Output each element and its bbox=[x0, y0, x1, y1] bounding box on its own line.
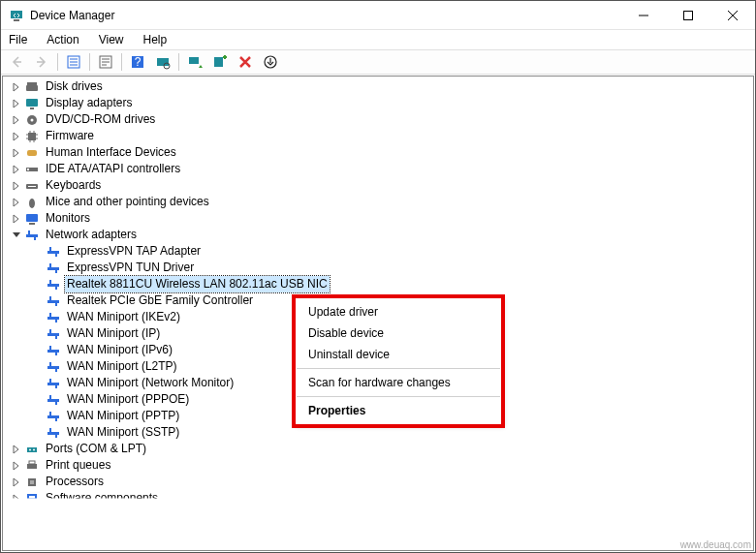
window-title: Device Manager bbox=[30, 9, 114, 22]
toolbar: ? bbox=[1, 49, 755, 75]
svg-rect-36 bbox=[189, 57, 199, 64]
soft-icon bbox=[24, 491, 40, 507]
expand-icon bbox=[30, 310, 46, 325]
tree-category[interactable]: Processors bbox=[3, 474, 753, 490]
tree-item[interactable]: ExpressVPN TAP Adapter bbox=[3, 243, 753, 260]
arrow-left-icon bbox=[9, 54, 24, 70]
expand-icon bbox=[30, 392, 46, 408]
menu-action[interactable]: Action bbox=[43, 31, 82, 48]
scan-hardware-button[interactable] bbox=[151, 51, 174, 73]
tree-label: WAN Miniport (IKEv2) bbox=[65, 309, 182, 325]
tree-item[interactable]: Realtek 8811CU Wireless LAN 802.11ac USB… bbox=[3, 276, 753, 292]
expand-icon[interactable] bbox=[9, 211, 24, 227]
tree-label: Realtek PCIe GbE Family Controller bbox=[65, 292, 255, 309]
down-circle-icon bbox=[263, 54, 278, 70]
toolbar-separator bbox=[89, 53, 90, 71]
update-driver-button[interactable] bbox=[183, 51, 206, 73]
tree-label: Realtek 8811CU Wireless LAN 802.11ac USB… bbox=[65, 276, 330, 292]
scan-icon bbox=[155, 54, 171, 70]
net-icon bbox=[46, 359, 61, 375]
svg-rect-34 bbox=[157, 58, 169, 66]
arrow-right-icon bbox=[34, 54, 49, 70]
disable-button[interactable] bbox=[259, 51, 282, 73]
ctx-update-driver[interactable]: Update driver bbox=[297, 301, 500, 323]
tree-label: Network adapters bbox=[44, 227, 139, 243]
close-button[interactable] bbox=[710, 1, 755, 30]
net-icon bbox=[46, 244, 61, 260]
tree-category[interactable]: Keyboards bbox=[3, 177, 753, 194]
printer-icon bbox=[24, 458, 40, 474]
expand-icon[interactable] bbox=[9, 475, 24, 490]
tree-label: WAN Miniport (IP) bbox=[65, 325, 162, 342]
tree-label: Human Interface Devices bbox=[44, 144, 178, 161]
close-icon bbox=[728, 11, 738, 20]
expand-icon[interactable] bbox=[9, 112, 24, 128]
tree-category[interactable]: Ports (COM & LPT) bbox=[3, 441, 753, 457]
expand-icon bbox=[30, 244, 46, 260]
disk-icon bbox=[24, 79, 40, 95]
tree-label: ExpressVPN TUN Driver bbox=[65, 260, 196, 276]
tree-category[interactable]: Mice and other pointing devices bbox=[3, 194, 753, 210]
tree-category[interactable]: IDE ATA/ATAPI controllers bbox=[3, 161, 753, 177]
tree-category[interactable]: Human Interface Devices bbox=[3, 144, 753, 161]
forward-button[interactable] bbox=[30, 51, 53, 73]
chip-icon bbox=[24, 129, 40, 144]
help-button[interactable]: ? bbox=[126, 51, 149, 73]
expand-icon[interactable] bbox=[9, 458, 24, 474]
tree-label: WAN Miniport (Network Monitor) bbox=[65, 375, 236, 391]
collapse-icon[interactable] bbox=[9, 228, 24, 243]
expand-icon[interactable] bbox=[9, 491, 24, 507]
tree-category[interactable]: Print queues bbox=[3, 457, 753, 474]
ctx-separator bbox=[297, 396, 500, 397]
net-icon bbox=[46, 277, 61, 292]
expand-icon[interactable] bbox=[9, 195, 24, 210]
expand-icon bbox=[30, 409, 46, 424]
show-hide-tree-button[interactable] bbox=[62, 51, 85, 73]
properties-button[interactable] bbox=[94, 51, 117, 73]
menu-help[interactable]: Help bbox=[140, 31, 172, 48]
uninstall-button[interactable] bbox=[234, 51, 257, 73]
title-bar: Device Manager bbox=[1, 1, 755, 30]
tree-icon bbox=[66, 54, 81, 70]
tree-category[interactable]: Network adapters bbox=[3, 227, 753, 243]
ctx-scan-hardware[interactable]: Scan for hardware changes bbox=[297, 372, 500, 393]
ctx-disable-device[interactable]: Disable device bbox=[297, 323, 500, 344]
back-button[interactable] bbox=[5, 51, 28, 73]
expand-icon bbox=[30, 425, 46, 441]
net-icon bbox=[24, 228, 40, 243]
tree-category[interactable]: DVD/CD-ROM drives bbox=[3, 111, 753, 128]
tree-category[interactable]: Disk drives bbox=[3, 78, 753, 95]
properties-icon bbox=[98, 54, 113, 70]
tree-item[interactable]: WAN Miniport (SSTP) bbox=[3, 424, 753, 441]
net-icon bbox=[46, 293, 61, 309]
minimize-button[interactable] bbox=[621, 1, 666, 30]
tree-category[interactable]: Software components bbox=[3, 490, 753, 507]
tree-label: Firmware bbox=[44, 128, 96, 144]
expand-icon[interactable] bbox=[9, 442, 24, 457]
tree-label: WAN Miniport (IPv6) bbox=[65, 342, 174, 358]
expand-icon[interactable] bbox=[9, 162, 24, 177]
expand-icon[interactable] bbox=[9, 145, 24, 161]
toolbar-separator bbox=[178, 53, 179, 71]
net-icon bbox=[46, 376, 61, 391]
tree-label: Print queues bbox=[44, 457, 112, 474]
tree-item[interactable]: ExpressVPN TUN Driver bbox=[3, 260, 753, 276]
expand-icon bbox=[30, 261, 46, 276]
tree-category[interactable]: Display adapters bbox=[3, 95, 753, 111]
add-device-button[interactable] bbox=[208, 51, 232, 73]
tree-category[interactable]: Monitors bbox=[3, 210, 753, 227]
maximize-icon bbox=[683, 11, 693, 20]
net-icon bbox=[46, 409, 61, 424]
menu-file[interactable]: File bbox=[5, 31, 31, 48]
expand-icon[interactable] bbox=[9, 96, 24, 111]
expand-icon[interactable] bbox=[9, 79, 24, 95]
expand-icon[interactable] bbox=[9, 178, 24, 194]
maximize-button[interactable] bbox=[666, 1, 710, 30]
tree-category[interactable]: Firmware bbox=[3, 128, 753, 144]
monitor-up-icon bbox=[187, 54, 203, 70]
ctx-properties[interactable]: Properties bbox=[297, 400, 500, 421]
ide-icon bbox=[24, 162, 40, 177]
menu-view[interactable]: View bbox=[95, 31, 128, 48]
expand-icon[interactable] bbox=[9, 129, 24, 144]
ctx-uninstall-device[interactable]: Uninstall device bbox=[297, 344, 500, 365]
